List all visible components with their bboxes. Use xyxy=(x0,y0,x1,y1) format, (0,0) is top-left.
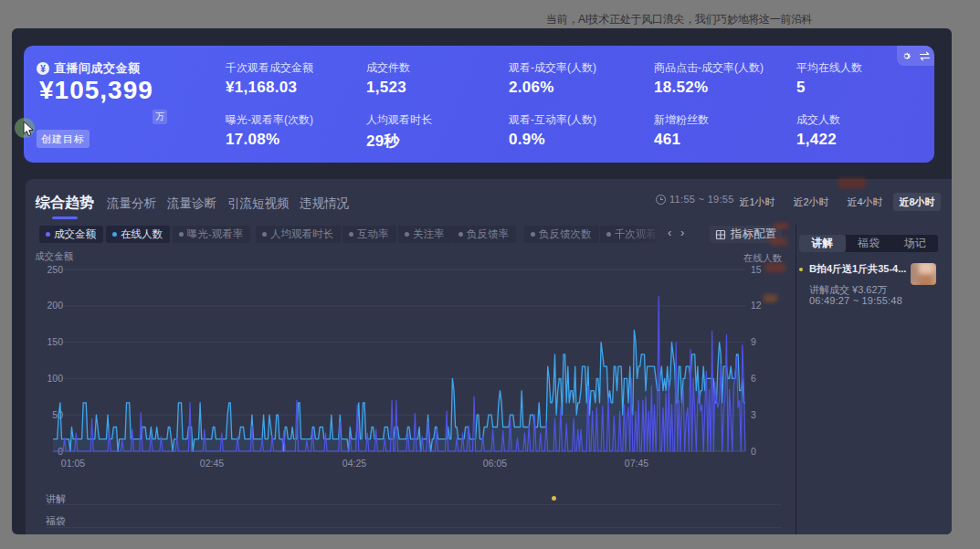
legend-dot xyxy=(405,232,409,237)
banner-metric: 成交人数1,422 xyxy=(796,112,840,149)
legend-chip[interactable]: 负反馈率 xyxy=(452,226,516,243)
legend-dot xyxy=(179,232,184,237)
metric-value: 1,422 xyxy=(796,131,840,149)
legend-label: 互动率 xyxy=(357,227,389,241)
legend-chip[interactable]: 在线人数 xyxy=(106,226,170,243)
legend-label: 负反馈率 xyxy=(467,227,509,241)
legend-next-icon[interactable]: › xyxy=(680,226,684,239)
legend-chip[interactable]: 成交金额 xyxy=(39,226,103,243)
metric-value: 29秒 xyxy=(366,131,432,152)
banner-metric: 千次观看成交金额¥1,168.03 xyxy=(226,60,313,97)
range-button[interactable]: 近8小时 xyxy=(893,193,941,211)
metric-label: 商品点击-成交率(人数) xyxy=(654,60,764,76)
swap-icon[interactable] xyxy=(919,51,931,61)
legend-label: 在线人数 xyxy=(121,227,163,241)
track-marker xyxy=(552,496,556,501)
metric-label: 平均在线人数 xyxy=(796,60,862,76)
banner-metric: 商品点击-成交率(人数)18.52% xyxy=(654,60,764,97)
banner-metric: 新增粉丝数461 xyxy=(654,112,709,149)
trend-chart[interactable]: 25015200121509100650300成交金额在线人数01:0502:4… xyxy=(26,248,796,476)
legend-prev-icon[interactable]: ‹ xyxy=(668,226,671,239)
legend-chip[interactable]: 负反馈次数 xyxy=(524,226,599,243)
redacted-smudge xyxy=(774,223,788,229)
mouse-cursor-icon xyxy=(23,121,35,137)
x-tick: 06:05 xyxy=(483,458,507,469)
y-left-tick: 50 xyxy=(52,409,63,420)
legend-chip[interactable]: 关注率 xyxy=(398,226,452,243)
range-button[interactable]: 近4小时 xyxy=(841,193,889,211)
legend-dot xyxy=(606,232,611,237)
redacted-smudge xyxy=(764,294,777,302)
clock-icon xyxy=(656,195,666,205)
metric-value: 461 xyxy=(654,131,709,149)
track-line xyxy=(46,527,782,528)
legend-chip[interactable]: 互动率 xyxy=(342,226,396,243)
banner-metric: 人均观看时长29秒 xyxy=(366,112,432,152)
track-label-2: 福袋 xyxy=(46,514,66,528)
metric-label: 曝光-观看率(次数) xyxy=(226,112,313,128)
banner-metric: 观看-互动率(人数)0.9% xyxy=(509,112,596,149)
x-tick: 02:45 xyxy=(200,458,224,469)
banner-toolbar xyxy=(897,46,934,66)
redacted-smudge xyxy=(838,178,866,188)
legend-dot xyxy=(112,232,117,237)
tab-3[interactable]: 流量诊断 xyxy=(167,195,216,212)
metric-value: 0.9% xyxy=(509,131,596,149)
range-button[interactable]: 近2小时 xyxy=(787,193,835,211)
y-left-title: 成交金额 xyxy=(35,250,74,261)
metric-label: 新增粉丝数 xyxy=(654,112,709,128)
legend-label: 成交金额 xyxy=(54,227,96,241)
metric-value: 2.06% xyxy=(509,79,596,97)
banner-metric: 曝光-观看率(次数)17.08% xyxy=(226,112,313,149)
banner-metric: 成交件数1,523 xyxy=(366,60,410,97)
legend-label: 关注率 xyxy=(413,227,445,241)
x-tick: 01:05 xyxy=(61,458,85,469)
tab-2[interactable]: 流量分析 xyxy=(107,195,156,212)
metric-label: 观看-成交率(人数) xyxy=(509,60,596,76)
metric-value: 5 xyxy=(796,79,862,97)
legend-dot xyxy=(531,232,535,237)
metric-value: 17.08% xyxy=(226,131,313,149)
y-right-title: 在线人数 xyxy=(743,252,783,263)
list-item-time: 06:49:27 ~ 19:55:48 xyxy=(809,295,902,306)
legend-label: 曝光-观看率 xyxy=(187,227,243,241)
legend-dot xyxy=(349,232,353,237)
legend-chip[interactable]: 千次观看 xyxy=(600,226,664,243)
x-tick: 04:25 xyxy=(342,458,366,469)
legend-dot xyxy=(262,232,267,237)
right-tab-福袋[interactable]: 福袋 xyxy=(846,235,892,252)
y-left-tick: 250 xyxy=(47,264,63,275)
legend-label: 千次观看 xyxy=(615,227,657,241)
y-right-tick: 3 xyxy=(751,409,756,420)
metric-value: 18.52% xyxy=(654,79,764,97)
legend-chip[interactable]: 人均观看时长 xyxy=(256,226,341,243)
y-right-tick: 0 xyxy=(751,446,756,457)
right-tab-场记[interactable]: 场记 xyxy=(891,235,938,252)
range-button[interactable]: 近1小时 xyxy=(733,193,781,211)
legend-dot xyxy=(46,232,50,237)
create-goal-button[interactable]: 创建目标 xyxy=(37,130,90,148)
y-right-tick: 12 xyxy=(751,300,762,311)
right-tab-讲解[interactable]: 讲解 xyxy=(799,235,846,252)
metric-label: 成交件数 xyxy=(366,60,410,76)
tab-5[interactable]: 违规情况 xyxy=(300,195,349,212)
dashboard-panel: ¥ 直播间成交金额 ¥105,399 万 创建目标 千次观看成交金额¥1,168… xyxy=(12,28,952,534)
metric-label: 千次观看成交金额 xyxy=(226,60,313,76)
track-line xyxy=(46,504,782,505)
list-item-title[interactable]: B拍4斤送1斤共35-4... xyxy=(809,262,913,276)
gear-icon[interactable] xyxy=(901,51,912,61)
y-right-tick: 15 xyxy=(751,264,762,275)
gmv-banner: ¥ 直播间成交金额 ¥105,399 万 创建目标 千次观看成交金额¥1,168… xyxy=(24,46,934,163)
active-tab-underline xyxy=(52,216,78,219)
x-tick: 07:45 xyxy=(625,458,648,469)
product-thumbnail[interactable] xyxy=(911,263,936,285)
banner-metric: 平均在线人数5 xyxy=(796,60,862,97)
tab-1[interactable]: 综合趋势 xyxy=(36,194,94,213)
banner-title-row: ¥ 直播间成交金额 xyxy=(37,60,141,77)
metric-label: 人均观看时长 xyxy=(366,112,432,128)
tab-4[interactable]: 引流短视频 xyxy=(227,195,290,212)
metric-label: 成交人数 xyxy=(796,112,840,128)
metric-label: 观看-互动率(人数) xyxy=(509,112,596,128)
right-panel-tabs: 讲解福袋场记 xyxy=(799,235,938,252)
legend-chip[interactable]: 曝光-观看率 xyxy=(173,226,250,243)
